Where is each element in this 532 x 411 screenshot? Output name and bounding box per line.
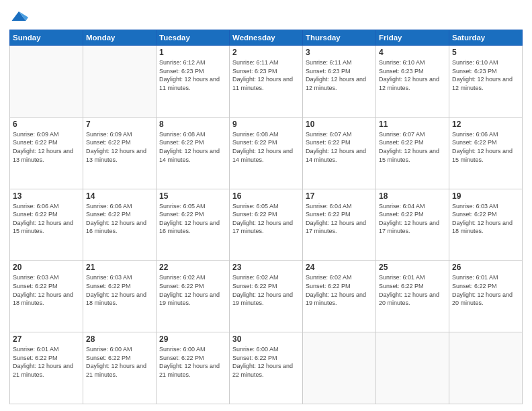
day-cell: 16Sunrise: 6:05 AM Sunset: 6:22 PM Dayli… <box>230 189 303 261</box>
day-number: 25 <box>379 263 446 272</box>
header-cell-saturday: Saturday <box>449 30 523 46</box>
day-number: 26 <box>452 263 519 272</box>
day-info: Sunrise: 6:07 AM Sunset: 6:22 PM Dayligh… <box>379 130 446 164</box>
day-number: 29 <box>159 334 226 344</box>
day-cell: 9Sunrise: 6:08 AM Sunset: 6:22 PM Daylig… <box>230 117 303 189</box>
day-number: 7 <box>86 120 153 129</box>
day-cell: 1Sunrise: 6:12 AM Sunset: 6:23 PM Daylig… <box>157 46 230 118</box>
day-info: Sunrise: 6:03 AM Sunset: 6:22 PM Dayligh… <box>13 273 80 307</box>
day-cell: 27Sunrise: 6:01 AM Sunset: 6:22 PM Dayli… <box>10 332 83 404</box>
day-info: Sunrise: 6:01 AM Sunset: 6:22 PM Dayligh… <box>13 345 80 379</box>
day-cell: 2Sunrise: 6:11 AM Sunset: 6:23 PM Daylig… <box>230 46 303 118</box>
week-row-5: 27Sunrise: 6:01 AM Sunset: 6:22 PM Dayli… <box>10 332 523 404</box>
day-info: Sunrise: 6:11 AM Sunset: 6:23 PM Dayligh… <box>306 58 373 92</box>
day-cell: 30Sunrise: 6:00 AM Sunset: 6:22 PM Dayli… <box>230 332 303 404</box>
day-number: 23 <box>232 263 300 272</box>
day-number: 11 <box>379 120 446 129</box>
day-cell: 13Sunrise: 6:06 AM Sunset: 6:22 PM Dayli… <box>10 189 83 261</box>
page: SundayMondayTuesdayWednesdayThursdayFrid… <box>0 0 532 411</box>
day-info: Sunrise: 6:05 AM Sunset: 6:22 PM Dayligh… <box>159 202 226 236</box>
day-info: Sunrise: 6:06 AM Sunset: 6:22 PM Dayligh… <box>86 202 153 236</box>
day-number: 14 <box>86 191 153 201</box>
day-number: 24 <box>306 263 373 272</box>
day-info: Sunrise: 6:00 AM Sunset: 6:22 PM Dayligh… <box>159 345 226 379</box>
day-number: 15 <box>159 191 226 201</box>
day-number: 9 <box>232 120 300 129</box>
day-number: 2 <box>232 48 300 57</box>
day-cell: 25Sunrise: 6:01 AM Sunset: 6:22 PM Dayli… <box>376 261 449 332</box>
day-info: Sunrise: 6:01 AM Sunset: 6:22 PM Dayligh… <box>452 273 519 307</box>
day-cell: 28Sunrise: 6:00 AM Sunset: 6:22 PM Dayli… <box>83 332 157 404</box>
day-cell: 12Sunrise: 6:06 AM Sunset: 6:22 PM Dayli… <box>449 117 523 189</box>
day-number: 18 <box>379 191 446 201</box>
day-cell <box>10 46 83 118</box>
day-info: Sunrise: 6:03 AM Sunset: 6:22 PM Dayligh… <box>452 202 519 236</box>
day-info: Sunrise: 6:09 AM Sunset: 6:22 PM Dayligh… <box>86 130 153 164</box>
day-cell: 17Sunrise: 6:04 AM Sunset: 6:22 PM Dayli… <box>303 189 376 261</box>
day-number: 10 <box>306 120 373 129</box>
day-cell: 20Sunrise: 6:03 AM Sunset: 6:22 PM Dayli… <box>10 261 83 332</box>
header-cell-tuesday: Tuesday <box>157 30 230 46</box>
day-info: Sunrise: 6:04 AM Sunset: 6:22 PM Dayligh… <box>379 202 446 236</box>
header-cell-monday: Monday <box>83 30 157 46</box>
day-cell: 15Sunrise: 6:05 AM Sunset: 6:22 PM Dayli… <box>157 189 230 261</box>
day-info: Sunrise: 6:08 AM Sunset: 6:22 PM Dayligh… <box>159 130 226 164</box>
day-info: Sunrise: 6:10 AM Sunset: 6:23 PM Dayligh… <box>452 58 519 92</box>
calendar-table: SundayMondayTuesdayWednesdayThursdayFrid… <box>9 30 523 404</box>
day-info: Sunrise: 6:12 AM Sunset: 6:23 PM Dayligh… <box>159 58 226 92</box>
header-row: SundayMondayTuesdayWednesdayThursdayFrid… <box>10 30 523 46</box>
day-info: Sunrise: 6:04 AM Sunset: 6:22 PM Dayligh… <box>306 202 373 236</box>
week-row-2: 6Sunrise: 6:09 AM Sunset: 6:22 PM Daylig… <box>10 117 523 189</box>
day-cell: 24Sunrise: 6:02 AM Sunset: 6:22 PM Dayli… <box>303 261 376 332</box>
logo-icon <box>9 7 28 26</box>
day-info: Sunrise: 6:01 AM Sunset: 6:22 PM Dayligh… <box>379 273 446 307</box>
day-cell: 8Sunrise: 6:08 AM Sunset: 6:22 PM Daylig… <box>157 117 230 189</box>
day-number: 6 <box>13 120 80 129</box>
day-info: Sunrise: 6:02 AM Sunset: 6:22 PM Dayligh… <box>306 273 373 307</box>
day-cell: 18Sunrise: 6:04 AM Sunset: 6:22 PM Dayli… <box>376 189 449 261</box>
logo <box>9 7 31 26</box>
day-info: Sunrise: 6:09 AM Sunset: 6:22 PM Dayligh… <box>13 130 80 164</box>
header <box>9 7 523 26</box>
day-number: 13 <box>13 191 80 201</box>
day-number: 8 <box>159 120 226 129</box>
day-info: Sunrise: 6:06 AM Sunset: 6:22 PM Dayligh… <box>452 130 519 164</box>
day-cell: 19Sunrise: 6:03 AM Sunset: 6:22 PM Dayli… <box>449 189 523 261</box>
day-number: 30 <box>232 334 300 344</box>
day-info: Sunrise: 6:00 AM Sunset: 6:22 PM Dayligh… <box>232 345 300 379</box>
day-cell: 7Sunrise: 6:09 AM Sunset: 6:22 PM Daylig… <box>83 117 157 189</box>
day-info: Sunrise: 6:06 AM Sunset: 6:22 PM Dayligh… <box>13 202 80 236</box>
header-cell-sunday: Sunday <box>10 30 83 46</box>
day-cell: 21Sunrise: 6:03 AM Sunset: 6:22 PM Dayli… <box>83 261 157 332</box>
day-cell <box>376 332 449 404</box>
day-info: Sunrise: 6:10 AM Sunset: 6:23 PM Dayligh… <box>379 58 446 92</box>
day-cell <box>83 46 157 118</box>
day-number: 16 <box>232 191 300 201</box>
day-number: 20 <box>13 263 80 272</box>
day-cell: 11Sunrise: 6:07 AM Sunset: 6:22 PM Dayli… <box>376 117 449 189</box>
week-row-3: 13Sunrise: 6:06 AM Sunset: 6:22 PM Dayli… <box>10 189 523 261</box>
header-cell-thursday: Thursday <box>303 30 376 46</box>
day-number: 17 <box>306 191 373 201</box>
day-cell: 14Sunrise: 6:06 AM Sunset: 6:22 PM Dayli… <box>83 189 157 261</box>
day-number: 4 <box>379 48 446 57</box>
day-info: Sunrise: 6:05 AM Sunset: 6:22 PM Dayligh… <box>232 202 300 236</box>
day-info: Sunrise: 6:07 AM Sunset: 6:22 PM Dayligh… <box>306 130 373 164</box>
day-cell <box>449 332 523 404</box>
day-cell: 23Sunrise: 6:02 AM Sunset: 6:22 PM Dayli… <box>230 261 303 332</box>
calendar-header: SundayMondayTuesdayWednesdayThursdayFrid… <box>10 30 523 46</box>
day-cell: 10Sunrise: 6:07 AM Sunset: 6:22 PM Dayli… <box>303 117 376 189</box>
day-number: 3 <box>306 48 373 57</box>
day-number: 22 <box>159 263 226 272</box>
day-info: Sunrise: 6:00 AM Sunset: 6:22 PM Dayligh… <box>86 345 153 379</box>
day-info: Sunrise: 6:11 AM Sunset: 6:23 PM Dayligh… <box>232 58 300 92</box>
day-cell: 4Sunrise: 6:10 AM Sunset: 6:23 PM Daylig… <box>376 46 449 118</box>
day-number: 1 <box>159 48 226 57</box>
day-cell: 3Sunrise: 6:11 AM Sunset: 6:23 PM Daylig… <box>303 46 376 118</box>
week-row-4: 20Sunrise: 6:03 AM Sunset: 6:22 PM Dayli… <box>10 261 523 332</box>
day-info: Sunrise: 6:08 AM Sunset: 6:22 PM Dayligh… <box>232 130 300 164</box>
header-cell-wednesday: Wednesday <box>230 30 303 46</box>
day-cell: 29Sunrise: 6:00 AM Sunset: 6:22 PM Dayli… <box>157 332 230 404</box>
day-cell <box>303 332 376 404</box>
day-cell: 22Sunrise: 6:02 AM Sunset: 6:22 PM Dayli… <box>157 261 230 332</box>
